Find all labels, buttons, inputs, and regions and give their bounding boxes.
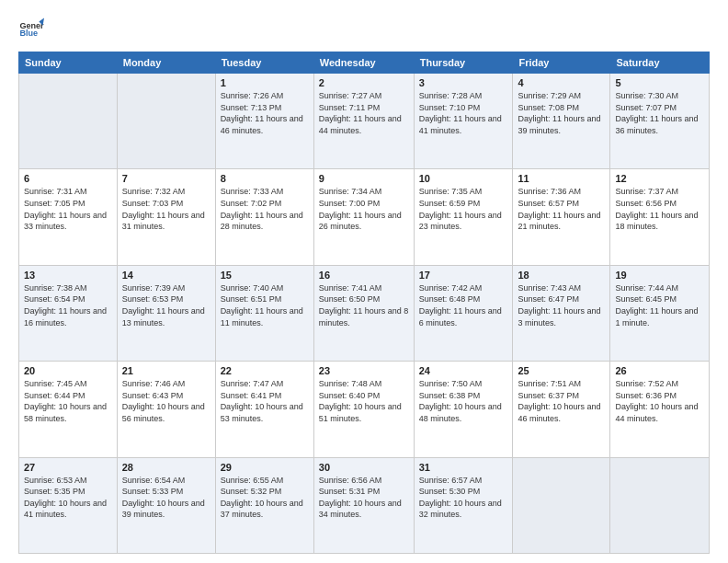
calendar-week-row: 6Sunrise: 7:31 AM Sunset: 7:05 PM Daylig… <box>19 169 710 265</box>
calendar-cell: 16Sunrise: 7:41 AM Sunset: 6:50 PM Dayli… <box>313 265 414 361</box>
day-number: 4 <box>518 77 605 88</box>
day-number: 20 <box>24 365 112 376</box>
calendar-cell: 20Sunrise: 7:45 AM Sunset: 6:44 PM Dayli… <box>19 362 118 457</box>
calendar-week-row: 20Sunrise: 7:45 AM Sunset: 6:44 PM Dayli… <box>19 362 710 457</box>
day-info: Sunrise: 6:56 AM Sunset: 5:31 PM Dayligh… <box>319 475 409 521</box>
day-info: Sunrise: 7:27 AM Sunset: 7:11 PM Dayligh… <box>319 90 409 136</box>
page: General Blue SundayMondayTuesdayWednesda… <box>0 0 728 563</box>
calendar-cell: 18Sunrise: 7:43 AM Sunset: 6:47 PM Dayli… <box>513 265 610 361</box>
day-number: 23 <box>319 365 409 376</box>
day-number: 11 <box>518 173 605 184</box>
calendar-cell: 7Sunrise: 7:32 AM Sunset: 7:03 PM Daylig… <box>117 169 215 265</box>
day-number: 25 <box>518 365 605 376</box>
day-number: 15 <box>221 270 309 281</box>
day-info: Sunrise: 7:51 AM Sunset: 6:37 PM Dayligh… <box>518 378 605 424</box>
calendar-cell: 19Sunrise: 7:44 AM Sunset: 6:45 PM Dayli… <box>610 265 710 361</box>
day-info: Sunrise: 7:42 AM Sunset: 6:48 PM Dayligh… <box>419 282 508 328</box>
calendar-cell: 26Sunrise: 7:52 AM Sunset: 6:36 PM Dayli… <box>610 362 710 457</box>
day-number: 2 <box>319 77 409 88</box>
day-info: Sunrise: 7:37 AM Sunset: 6:56 PM Dayligh… <box>615 186 704 232</box>
day-info: Sunrise: 7:45 AM Sunset: 6:44 PM Dayligh… <box>24 378 112 424</box>
calendar-week-row: 1Sunrise: 7:26 AM Sunset: 7:13 PM Daylig… <box>19 74 710 169</box>
day-info: Sunrise: 7:28 AM Sunset: 7:10 PM Dayligh… <box>419 90 508 136</box>
day-number: 7 <box>122 173 210 184</box>
day-number: 28 <box>122 462 210 473</box>
day-number: 19 <box>615 270 704 281</box>
calendar-cell: 11Sunrise: 7:36 AM Sunset: 6:57 PM Dayli… <box>513 169 610 265</box>
day-number: 30 <box>319 462 409 473</box>
calendar-cell: 28Sunrise: 6:54 AM Sunset: 5:33 PM Dayli… <box>117 457 215 553</box>
day-info: Sunrise: 7:41 AM Sunset: 6:50 PM Dayligh… <box>319 282 409 328</box>
day-number: 24 <box>419 365 508 376</box>
weekday-header-monday: Monday <box>117 52 215 74</box>
calendar-cell: 31Sunrise: 6:57 AM Sunset: 5:30 PM Dayli… <box>414 457 513 553</box>
day-info: Sunrise: 7:44 AM Sunset: 6:45 PM Dayligh… <box>615 282 704 328</box>
day-info: Sunrise: 7:48 AM Sunset: 6:40 PM Dayligh… <box>319 378 409 424</box>
day-number: 3 <box>419 77 508 88</box>
calendar-week-row: 27Sunrise: 6:53 AM Sunset: 5:35 PM Dayli… <box>19 457 710 553</box>
calendar-cell <box>610 457 710 553</box>
day-number: 8 <box>221 173 309 184</box>
day-info: Sunrise: 7:36 AM Sunset: 6:57 PM Dayligh… <box>518 186 605 232</box>
calendar-cell: 14Sunrise: 7:39 AM Sunset: 6:53 PM Dayli… <box>117 265 215 361</box>
calendar-cell <box>117 74 215 169</box>
day-number: 14 <box>122 270 210 281</box>
day-info: Sunrise: 7:46 AM Sunset: 6:43 PM Dayligh… <box>122 378 210 424</box>
day-number: 13 <box>24 270 112 281</box>
day-info: Sunrise: 6:55 AM Sunset: 5:32 PM Dayligh… <box>221 475 309 521</box>
day-number: 18 <box>518 270 605 281</box>
day-info: Sunrise: 7:34 AM Sunset: 7:00 PM Dayligh… <box>319 186 409 232</box>
day-info: Sunrise: 7:47 AM Sunset: 6:41 PM Dayligh… <box>221 378 309 424</box>
calendar-cell: 12Sunrise: 7:37 AM Sunset: 6:56 PM Dayli… <box>610 169 710 265</box>
calendar-cell: 10Sunrise: 7:35 AM Sunset: 6:59 PM Dayli… <box>414 169 513 265</box>
calendar-cell: 1Sunrise: 7:26 AM Sunset: 7:13 PM Daylig… <box>215 74 313 169</box>
day-number: 17 <box>419 270 508 281</box>
day-number: 10 <box>419 173 508 184</box>
day-info: Sunrise: 7:26 AM Sunset: 7:13 PM Dayligh… <box>221 90 309 136</box>
calendar-cell: 13Sunrise: 7:38 AM Sunset: 6:54 PM Dayli… <box>19 265 118 361</box>
day-number: 21 <box>122 365 210 376</box>
calendar-cell: 5Sunrise: 7:30 AM Sunset: 7:07 PM Daylig… <box>610 74 710 169</box>
calendar-cell: 29Sunrise: 6:55 AM Sunset: 5:32 PM Dayli… <box>215 457 313 553</box>
calendar-cell: 15Sunrise: 7:40 AM Sunset: 6:51 PM Dayli… <box>215 265 313 361</box>
day-number: 27 <box>24 462 112 473</box>
day-number: 9 <box>319 173 409 184</box>
weekday-header-sunday: Sunday <box>19 52 118 74</box>
weekday-header-wednesday: Wednesday <box>313 52 414 74</box>
day-info: Sunrise: 7:30 AM Sunset: 7:07 PM Dayligh… <box>615 90 704 136</box>
calendar-cell: 3Sunrise: 7:28 AM Sunset: 7:10 PM Daylig… <box>414 74 513 169</box>
weekday-header-friday: Friday <box>513 52 610 74</box>
calendar-cell: 25Sunrise: 7:51 AM Sunset: 6:37 PM Dayli… <box>513 362 610 457</box>
header: General Blue <box>18 17 710 42</box>
day-info: Sunrise: 6:53 AM Sunset: 5:35 PM Dayligh… <box>24 475 112 521</box>
calendar-cell: 24Sunrise: 7:50 AM Sunset: 6:38 PM Dayli… <box>414 362 513 457</box>
calendar-cell: 27Sunrise: 6:53 AM Sunset: 5:35 PM Dayli… <box>19 457 118 553</box>
calendar-cell: 23Sunrise: 7:48 AM Sunset: 6:40 PM Dayli… <box>313 362 414 457</box>
generalblue-logo-icon: General Blue <box>18 17 44 42</box>
calendar-cell: 30Sunrise: 6:56 AM Sunset: 5:31 PM Dayli… <box>313 457 414 553</box>
day-info: Sunrise: 7:38 AM Sunset: 6:54 PM Dayligh… <box>24 282 112 328</box>
day-number: 1 <box>221 77 309 88</box>
day-info: Sunrise: 7:40 AM Sunset: 6:51 PM Dayligh… <box>221 282 309 328</box>
weekday-header-row: SundayMondayTuesdayWednesdayThursdayFrid… <box>19 52 710 74</box>
calendar-cell: 21Sunrise: 7:46 AM Sunset: 6:43 PM Dayli… <box>117 362 215 457</box>
day-info: Sunrise: 7:50 AM Sunset: 6:38 PM Dayligh… <box>419 378 508 424</box>
day-number: 26 <box>615 365 704 376</box>
calendar: SundayMondayTuesdayWednesdayThursdayFrid… <box>18 52 710 554</box>
day-info: Sunrise: 6:57 AM Sunset: 5:30 PM Dayligh… <box>419 475 508 521</box>
day-info: Sunrise: 6:54 AM Sunset: 5:33 PM Dayligh… <box>122 475 210 521</box>
calendar-cell: 8Sunrise: 7:33 AM Sunset: 7:02 PM Daylig… <box>215 169 313 265</box>
logo: General Blue <box>18 17 44 42</box>
weekday-header-tuesday: Tuesday <box>215 52 313 74</box>
day-number: 12 <box>615 173 704 184</box>
day-info: Sunrise: 7:32 AM Sunset: 7:03 PM Dayligh… <box>122 186 210 232</box>
day-info: Sunrise: 7:35 AM Sunset: 6:59 PM Dayligh… <box>419 186 508 232</box>
day-number: 16 <box>319 270 409 281</box>
day-info: Sunrise: 7:39 AM Sunset: 6:53 PM Dayligh… <box>122 282 210 328</box>
weekday-header-thursday: Thursday <box>414 52 513 74</box>
day-info: Sunrise: 7:52 AM Sunset: 6:36 PM Dayligh… <box>615 378 704 424</box>
calendar-cell: 2Sunrise: 7:27 AM Sunset: 7:11 PM Daylig… <box>313 74 414 169</box>
day-info: Sunrise: 7:43 AM Sunset: 6:47 PM Dayligh… <box>518 282 605 328</box>
day-number: 5 <box>615 77 704 88</box>
day-info: Sunrise: 7:31 AM Sunset: 7:05 PM Dayligh… <box>24 186 112 232</box>
